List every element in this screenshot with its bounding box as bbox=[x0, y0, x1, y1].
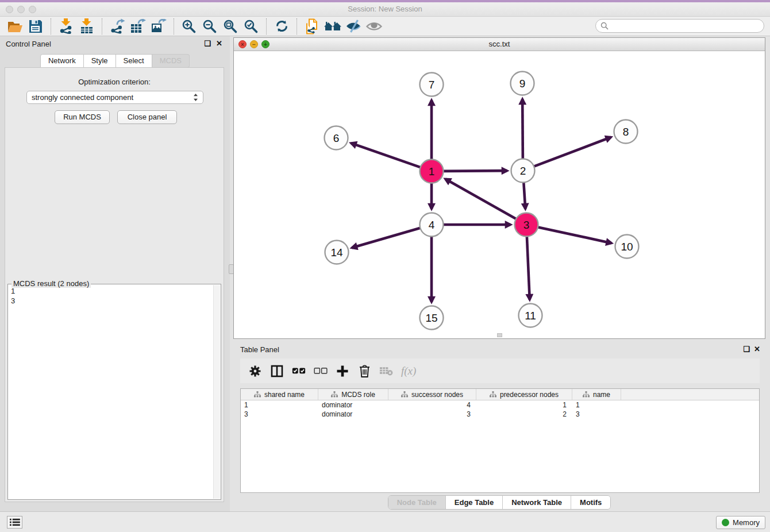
duplicate-network-icon[interactable] bbox=[302, 18, 322, 35]
run-mcds-button[interactable]: Run MCDS bbox=[55, 110, 110, 124]
net-maximize-icon[interactable]: + bbox=[261, 40, 270, 48]
export-network-icon[interactable] bbox=[107, 18, 128, 35]
mcds-result-box: MCDS result (2 nodes) 1 3 bbox=[7, 284, 221, 500]
result-scrollbar[interactable] bbox=[213, 285, 220, 499]
toolbar-separator bbox=[174, 18, 174, 34]
mcds-panel: Optimization criterion: strongly connect… bbox=[5, 67, 224, 502]
table-cell[interactable]: 1 bbox=[241, 400, 318, 410]
import-network-icon[interactable] bbox=[56, 18, 76, 35]
attribute-tree-icon bbox=[583, 391, 590, 398]
save-session-icon[interactable] bbox=[25, 18, 46, 35]
toolbar-separator bbox=[297, 18, 297, 34]
show-columns-icon[interactable] bbox=[270, 365, 284, 377]
column-header-shared-name[interactable]: shared name bbox=[241, 389, 318, 400]
export-image-icon[interactable] bbox=[148, 18, 169, 35]
window-zoom-button[interactable] bbox=[29, 6, 36, 13]
table-cell[interactable]: 1 bbox=[476, 400, 572, 410]
refresh-layout-icon[interactable] bbox=[271, 18, 292, 35]
edge-2-8[interactable] bbox=[533, 137, 611, 167]
tab-mcds[interactable]: MCDS bbox=[152, 54, 190, 68]
table-close-icon[interactable]: ✕ bbox=[754, 345, 760, 353]
open-session-icon[interactable] bbox=[5, 18, 25, 35]
window-close-button[interactable] bbox=[6, 6, 13, 13]
zoom-in-icon[interactable] bbox=[179, 18, 199, 35]
net-minimize-icon[interactable]: − bbox=[250, 40, 258, 48]
column-header-name[interactable]: name bbox=[572, 389, 621, 400]
export-table-icon[interactable] bbox=[128, 18, 148, 35]
table-cell[interactable]: 3 bbox=[241, 410, 318, 419]
network-window-titlebar[interactable]: × − + scc.txt bbox=[234, 38, 765, 51]
edge-2-9[interactable] bbox=[522, 99, 523, 160]
table-cell[interactable]: 2 bbox=[476, 410, 572, 419]
criterion-select[interactable]: strongly connected component bbox=[26, 91, 203, 104]
edge-3-11[interactable] bbox=[527, 235, 530, 299]
net-close-icon[interactable]: × bbox=[238, 40, 247, 48]
tab-edge-table[interactable]: Edge Table bbox=[445, 496, 502, 509]
column-header-label: successor nodes bbox=[411, 391, 463, 399]
zoom-fit-icon[interactable] bbox=[220, 18, 241, 35]
node-table-body: 1dominator4113dominator323 bbox=[241, 400, 759, 419]
table-cell[interactable]: 4 bbox=[388, 400, 476, 410]
toolbar-separator bbox=[102, 18, 102, 34]
close-panel-icon[interactable]: ✕ bbox=[216, 39, 222, 48]
table-cell[interactable]: 3 bbox=[388, 410, 476, 419]
table-row[interactable]: 1dominator411 bbox=[241, 400, 759, 410]
table-cell[interactable]: 1 bbox=[572, 400, 621, 410]
tab-style[interactable]: Style bbox=[84, 54, 116, 68]
hide-selected-icon[interactable] bbox=[343, 18, 364, 35]
search-input[interactable] bbox=[611, 21, 764, 31]
network-scroll-grip[interactable] bbox=[497, 333, 502, 337]
add-column-icon[interactable] bbox=[336, 365, 349, 377]
column-header-predecessor-nodes[interactable]: predecessor nodes bbox=[476, 389, 572, 400]
table-row[interactable]: 3dominator323 bbox=[241, 410, 759, 419]
table-cell[interactable]: dominator bbox=[318, 410, 388, 419]
node-label-15: 15 bbox=[425, 312, 437, 324]
edge-1-6[interactable] bbox=[351, 143, 422, 168]
criterion-value: strongly connected component bbox=[32, 93, 133, 102]
node-label-9: 9 bbox=[519, 78, 526, 90]
task-history-button[interactable] bbox=[7, 516, 22, 529]
edge-2-3[interactable] bbox=[523, 181, 525, 209]
function-builder-icon[interactable]: f(x) bbox=[401, 365, 416, 377]
deselect-all-icon[interactable] bbox=[314, 367, 328, 375]
float-panel-icon[interactable]: ❑ bbox=[204, 39, 211, 48]
table-panel-title: Table Panel bbox=[240, 345, 279, 354]
edge-3-10[interactable] bbox=[537, 227, 611, 243]
status-bar: Memory bbox=[0, 511, 770, 532]
node-table[interactable]: shared nameMCDS rolesuccessor nodesprede… bbox=[240, 388, 760, 493]
zoom-out-icon[interactable] bbox=[199, 18, 220, 35]
optimization-criterion-label: Optimization criterion: bbox=[5, 78, 224, 86]
tab-select[interactable]: Select bbox=[116, 54, 152, 68]
titlebar[interactable]: Session: New Session bbox=[0, 2, 770, 17]
network-canvas-svg[interactable]: 7968124314101511 bbox=[234, 51, 765, 338]
show-hidden-icon[interactable] bbox=[364, 18, 384, 35]
delete-column-icon[interactable] bbox=[357, 364, 371, 377]
edge-3-1[interactable] bbox=[445, 179, 517, 219]
edge-4-14[interactable] bbox=[352, 228, 421, 248]
tab-network[interactable]: Network bbox=[40, 54, 84, 68]
memory-button[interactable]: Memory bbox=[716, 516, 765, 529]
table-settings-icon[interactable] bbox=[248, 365, 262, 377]
table-cell[interactable]: 3 bbox=[572, 410, 621, 419]
table-float-icon[interactable]: ❑ bbox=[743, 345, 750, 353]
memory-label: Memory bbox=[733, 518, 760, 527]
select-all-icon[interactable] bbox=[292, 367, 306, 375]
tab-motifs[interactable]: Motifs bbox=[571, 496, 610, 509]
window-title: Session: New Session bbox=[0, 2, 770, 16]
search-field[interactable] bbox=[595, 19, 764, 33]
edge-1-2[interactable] bbox=[442, 171, 507, 171]
close-panel-button[interactable]: Close panel bbox=[117, 110, 177, 124]
table-panel: Table Panel ❑ ✕ bbox=[233, 342, 765, 511]
column-header-label: predecessor nodes bbox=[500, 391, 559, 399]
window-minimize-button[interactable] bbox=[17, 6, 25, 13]
import-table-icon[interactable] bbox=[76, 18, 97, 35]
tab-network-table[interactable]: Network Table bbox=[502, 496, 571, 509]
delete-table-icon[interactable] bbox=[379, 365, 393, 376]
tab-node-table[interactable]: Node Table bbox=[388, 496, 445, 509]
zoom-selected-icon[interactable] bbox=[241, 18, 261, 35]
first-neighbors-icon[interactable] bbox=[322, 18, 343, 35]
column-header-successor-nodes[interactable]: successor nodes bbox=[388, 389, 476, 400]
network-canvas[interactable]: 7968124314101511 bbox=[234, 51, 765, 338]
column-header-MCDS-role[interactable]: MCDS role bbox=[318, 389, 388, 400]
table-cell[interactable]: dominator bbox=[318, 400, 388, 410]
